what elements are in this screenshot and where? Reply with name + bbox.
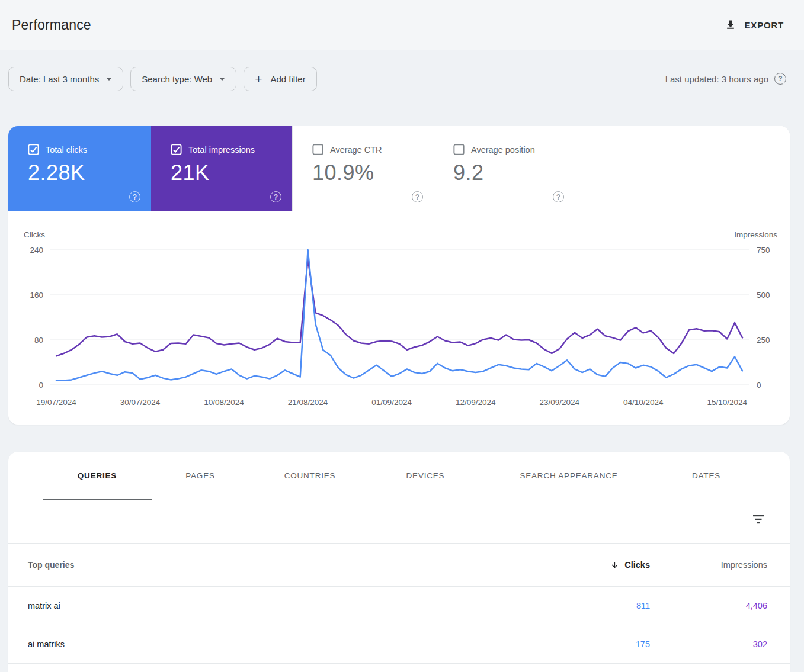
chevron-down-icon	[219, 78, 225, 81]
right-axis-tick: 750	[757, 246, 770, 255]
arrow-down-icon	[610, 561, 619, 570]
performance-line-chart: 0801602400250500750ClicksImpressions19/0…	[8, 228, 790, 423]
x-axis-tick: 23/09/2024	[539, 398, 579, 407]
impressions-column-header[interactable]: Impressions	[650, 560, 767, 570]
metric-label: Average CTR	[330, 145, 382, 155]
search-type-label: Search type: Web	[142, 74, 212, 84]
metric-label: Total impressions	[188, 145, 255, 155]
tab-search-appearance[interactable]: SEARCH APPEARANCE	[480, 452, 658, 500]
x-axis-tick: 01/09/2024	[371, 398, 412, 407]
dimension-tabs: QUERIES PAGES COUNTRIES DEVICES SEARCH A…	[8, 452, 790, 500]
table-filter-row	[8, 500, 790, 544]
x-axis-tick: 10/08/2024	[204, 398, 244, 407]
impressions-value: 4,406	[650, 601, 767, 610]
plus-icon: +	[255, 73, 262, 85]
top-queries-header[interactable]: Top queries	[8, 560, 543, 570]
metric-cards-row: Total clicks 2.28K ? Total impressions 2…	[8, 126, 790, 211]
tab-pages[interactable]: PAGES	[152, 452, 249, 500]
metric-label: Average position	[471, 145, 535, 155]
download-icon	[725, 19, 736, 31]
right-axis-title: Impressions	[734, 230, 777, 239]
x-axis-tick: 15/10/2024	[707, 398, 747, 407]
filter-bar: Date: Last 3 months Search type: Web + A…	[0, 51, 804, 107]
query-cell[interactable]: ai matriks	[8, 639, 543, 649]
x-axis-tick: 12/09/2024	[456, 398, 496, 407]
total-clicks-card[interactable]: Total clicks 2.28K ?	[8, 126, 151, 211]
add-filter-chip[interactable]: + Add filter	[244, 67, 316, 91]
dimensions-table-card: QUERIES PAGES COUNTRIES DEVICES SEARCH A…	[8, 452, 790, 672]
clicks-column-header[interactable]: Clicks	[543, 560, 650, 570]
filter-list-icon[interactable]	[752, 515, 765, 526]
export-button[interactable]: EXPORT	[725, 19, 784, 31]
clicks-value: 175	[543, 639, 650, 649]
metric-value: 2.28K	[28, 160, 151, 185]
filter-chips: Date: Last 3 months Search type: Web + A…	[8, 67, 317, 91]
metric-value: 10.9%	[312, 160, 434, 185]
add-filter-label: Add filter	[270, 74, 305, 84]
right-axis-tick: 250	[757, 336, 770, 345]
total-impressions-card[interactable]: Total impressions 21K ?	[151, 126, 292, 211]
left-axis-title: Clicks	[24, 230, 45, 239]
x-axis-tick: 30/07/2024	[120, 398, 161, 407]
page-title: Performance	[12, 17, 91, 33]
performance-page: Performance EXPORT Date: Last 3 months S…	[0, 0, 804, 672]
right-axis-tick: 500	[757, 291, 770, 300]
average-ctr-card[interactable]: Average CTR 10.9% ?	[292, 126, 434, 211]
tab-devices[interactable]: DEVICES	[371, 452, 480, 500]
date-filter-label: Date: Last 3 months	[20, 74, 99, 84]
query-cell[interactable]: matrix ai	[8, 601, 543, 610]
search-type-filter-chip[interactable]: Search type: Web	[130, 67, 236, 91]
impressions-line	[56, 259, 742, 356]
checkbox-icon[interactable]	[171, 144, 182, 155]
tab-queries[interactable]: QUERIES	[43, 452, 152, 500]
help-circle-icon[interactable]: ?	[412, 191, 423, 202]
left-axis-tick: 0	[39, 381, 43, 390]
metric-row-filler	[575, 126, 790, 211]
table-header-row: Top queries Clicks Impressions	[8, 544, 790, 587]
right-axis-tick: 0	[757, 381, 761, 390]
x-axis-tick: 21/08/2024	[288, 398, 328, 407]
clicks-value: 811	[543, 601, 650, 610]
help-circle-icon[interactable]: ?	[774, 73, 786, 85]
table-row[interactable]: matrix ai 811 4,406	[8, 587, 790, 625]
metric-label: Total clicks	[46, 145, 87, 155]
help-circle-icon[interactable]: ?	[129, 191, 140, 202]
help-circle-icon[interactable]: ?	[553, 191, 564, 202]
impressions-value: 302	[650, 639, 767, 649]
metric-value: 21K	[171, 160, 292, 185]
last-updated-status: Last updated: 3 hours ago ?	[665, 73, 786, 85]
tab-dates[interactable]: DATES	[658, 452, 755, 500]
performance-chart-card: Total clicks 2.28K ? Total impressions 2…	[8, 126, 790, 425]
left-axis-tick: 240	[30, 246, 43, 255]
x-axis-tick: 04/10/2024	[623, 398, 664, 407]
checkbox-icon[interactable]	[312, 144, 323, 155]
left-axis-tick: 160	[30, 291, 43, 300]
chevron-down-icon	[106, 78, 112, 81]
left-axis-tick: 80	[34, 336, 43, 345]
last-updated-text: Last updated: 3 hours ago	[665, 74, 768, 84]
clicks-header-label: Clicks	[624, 560, 650, 570]
x-axis-tick: 19/07/2024	[36, 398, 76, 407]
checkbox-icon[interactable]	[28, 144, 39, 155]
checkbox-icon[interactable]	[453, 144, 465, 155]
table-row[interactable]: ai matriks 175 302	[8, 625, 790, 664]
clicks-line	[56, 250, 742, 380]
tab-countries[interactable]: COUNTRIES	[249, 452, 371, 500]
average-position-card[interactable]: Average position 9.2 ?	[434, 126, 575, 211]
top-header: Performance EXPORT	[0, 0, 804, 50]
metric-value: 9.2	[453, 160, 575, 185]
export-label: EXPORT	[745, 20, 784, 30]
date-filter-chip[interactable]: Date: Last 3 months	[8, 67, 123, 91]
help-circle-icon[interactable]: ?	[270, 191, 281, 202]
